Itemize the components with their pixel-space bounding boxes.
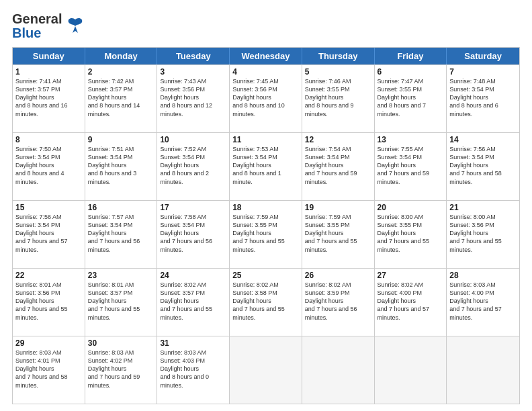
- calendar: SundayMondayTuesdayWednesdayThursdayFrid…: [12, 47, 520, 404]
- day-number: 25: [232, 271, 299, 280]
- day-number: 26: [305, 271, 371, 280]
- header-day-monday: Monday: [85, 48, 158, 64]
- page: General Blue SundayMondayTuesdayWednesda…: [0, 0, 532, 411]
- cal-cell: 28Sunrise: 8:03 AMSunset: 4:00 PMDayligh…: [447, 269, 519, 336]
- cell-info: Sunrise: 8:02 AMSunset: 4:00 PMDaylight …: [378, 281, 444, 322]
- cal-cell: 27Sunrise: 8:02 AMSunset: 4:00 PMDayligh…: [375, 269, 447, 336]
- day-number: 5: [305, 67, 371, 77]
- day-number: 7: [449, 67, 517, 77]
- cell-info: Sunrise: 7:41 AMSunset: 3:57 PMDaylight …: [15, 77, 82, 118]
- cal-cell: 17Sunrise: 7:58 AMSunset: 3:54 PMDayligh…: [157, 201, 230, 268]
- cell-info: Sunrise: 7:59 AMSunset: 3:55 PMDaylight …: [305, 213, 371, 254]
- cal-cell: 22Sunrise: 8:01 AMSunset: 3:56 PMDayligh…: [13, 269, 85, 336]
- cal-cell: 31Sunrise: 8:03 AMSunset: 4:03 PMDayligh…: [157, 336, 230, 404]
- day-number: 12: [305, 135, 371, 144]
- cell-info: Sunrise: 8:00 AMSunset: 3:56 PMDaylight …: [449, 213, 517, 254]
- cell-info: Sunrise: 7:56 AMSunset: 3:54 PMDaylight …: [15, 213, 82, 254]
- calendar-header: SundayMondayTuesdayWednesdayThursdayFrid…: [13, 48, 519, 64]
- cal-cell: 30Sunrise: 8:03 AMSunset: 4:02 PMDayligh…: [85, 336, 158, 404]
- cell-info: Sunrise: 7:47 AMSunset: 3:55 PMDaylight …: [378, 77, 444, 118]
- cal-cell: 25Sunrise: 8:02 AMSunset: 3:58 PMDayligh…: [230, 269, 302, 336]
- cell-info: Sunrise: 7:51 AMSunset: 3:54 PMDaylight …: [88, 145, 154, 186]
- cell-info: Sunrise: 7:54 AMSunset: 3:54 PMDaylight …: [305, 145, 371, 186]
- day-number: 29: [15, 338, 82, 348]
- cell-info: Sunrise: 7:45 AMSunset: 3:56 PMDaylight …: [232, 77, 299, 118]
- cal-cell: 6Sunrise: 7:47 AMSunset: 3:55 PMDaylight…: [375, 65, 447, 132]
- cal-cell: 18Sunrise: 7:59 AMSunset: 3:55 PMDayligh…: [230, 201, 302, 268]
- week-row-1: 1Sunrise: 7:41 AMSunset: 3:57 PMDaylight…: [13, 64, 519, 132]
- day-number: 24: [160, 271, 226, 280]
- header-day-wednesday: Wednesday: [230, 48, 302, 64]
- cell-info: Sunrise: 8:02 AMSunset: 3:59 PMDaylight …: [305, 281, 371, 322]
- cell-info: Sunrise: 8:00 AMSunset: 3:55 PMDaylight …: [378, 213, 444, 254]
- cal-cell: 23Sunrise: 8:01 AMSunset: 3:57 PMDayligh…: [85, 269, 158, 336]
- cal-cell: 13Sunrise: 7:55 AMSunset: 3:54 PMDayligh…: [375, 133, 447, 200]
- header-day-friday: Friday: [375, 48, 447, 64]
- day-number: 28: [449, 271, 517, 280]
- header: General Blue: [12, 12, 520, 40]
- day-number: 23: [88, 271, 154, 280]
- day-number: 21: [449, 203, 517, 212]
- cell-info: Sunrise: 7:53 AMSunset: 3:54 PMDaylight …: [232, 145, 299, 186]
- cal-cell: 8Sunrise: 7:50 AMSunset: 3:54 PMDaylight…: [13, 133, 85, 200]
- cal-cell: 24Sunrise: 8:02 AMSunset: 3:57 PMDayligh…: [157, 269, 230, 336]
- cell-info: Sunrise: 7:57 AMSunset: 3:54 PMDaylight …: [88, 213, 154, 254]
- day-number: 11: [232, 135, 299, 144]
- cal-cell: [230, 336, 302, 404]
- cal-cell: 4Sunrise: 7:45 AMSunset: 3:56 PMDaylight…: [230, 65, 302, 132]
- day-number: 13: [378, 135, 444, 144]
- week-row-4: 22Sunrise: 8:01 AMSunset: 3:56 PMDayligh…: [13, 268, 519, 336]
- day-number: 19: [305, 203, 371, 212]
- header-day-saturday: Saturday: [447, 48, 519, 64]
- cell-info: Sunrise: 7:55 AMSunset: 3:54 PMDaylight …: [378, 145, 444, 186]
- cell-info: Sunrise: 8:03 AMSunset: 4:03 PMDaylight …: [160, 349, 226, 390]
- cell-info: Sunrise: 8:01 AMSunset: 3:56 PMDaylight …: [15, 281, 82, 322]
- week-row-2: 8Sunrise: 7:50 AMSunset: 3:54 PMDaylight…: [13, 132, 519, 200]
- cal-cell: 5Sunrise: 7:46 AMSunset: 3:55 PMDaylight…: [302, 65, 375, 132]
- day-number: 14: [449, 135, 517, 144]
- header-day-thursday: Thursday: [302, 48, 375, 64]
- week-row-5: 29Sunrise: 8:03 AMSunset: 4:01 PMDayligh…: [13, 336, 519, 404]
- day-number: 20: [378, 203, 444, 212]
- cell-info: Sunrise: 7:46 AMSunset: 3:55 PMDaylight …: [305, 77, 371, 118]
- cal-cell: 26Sunrise: 8:02 AMSunset: 3:59 PMDayligh…: [302, 269, 375, 336]
- cal-cell: 7Sunrise: 7:48 AMSunset: 3:54 PMDaylight…: [447, 65, 519, 132]
- day-number: 22: [15, 271, 82, 280]
- cal-cell: 15Sunrise: 7:56 AMSunset: 3:54 PMDayligh…: [13, 201, 85, 268]
- day-number: 16: [88, 203, 154, 212]
- logo-blue: Blue: [12, 26, 62, 40]
- cal-cell: 14Sunrise: 7:56 AMSunset: 3:54 PMDayligh…: [447, 133, 519, 200]
- week-row-3: 15Sunrise: 7:56 AMSunset: 3:54 PMDayligh…: [13, 200, 519, 268]
- cal-cell: 20Sunrise: 8:00 AMSunset: 3:55 PMDayligh…: [375, 201, 447, 268]
- cal-cell: [447, 336, 519, 404]
- day-number: 3: [160, 67, 226, 77]
- cell-info: Sunrise: 8:01 AMSunset: 3:57 PMDaylight …: [88, 281, 154, 322]
- cell-info: Sunrise: 8:03 AMSunset: 4:01 PMDaylight …: [15, 349, 82, 390]
- cal-cell: [302, 336, 375, 404]
- cal-cell: 19Sunrise: 7:59 AMSunset: 3:55 PMDayligh…: [302, 201, 375, 268]
- cal-cell: 21Sunrise: 8:00 AMSunset: 3:56 PMDayligh…: [447, 201, 519, 268]
- header-day-sunday: Sunday: [13, 48, 85, 64]
- cell-info: Sunrise: 7:56 AMSunset: 3:54 PMDaylight …: [449, 145, 517, 186]
- cell-info: Sunrise: 7:58 AMSunset: 3:54 PMDaylight …: [160, 213, 226, 254]
- cal-cell: 12Sunrise: 7:54 AMSunset: 3:54 PMDayligh…: [302, 133, 375, 200]
- cell-info: Sunrise: 7:48 AMSunset: 3:54 PMDaylight …: [449, 77, 517, 118]
- logo: General Blue: [12, 12, 87, 40]
- cal-cell: 11Sunrise: 7:53 AMSunset: 3:54 PMDayligh…: [230, 133, 302, 200]
- day-number: 31: [160, 338, 226, 348]
- header-day-tuesday: Tuesday: [157, 48, 230, 64]
- cell-info: Sunrise: 8:02 AMSunset: 3:58 PMDaylight …: [232, 281, 299, 322]
- day-number: 30: [88, 338, 154, 348]
- cell-info: Sunrise: 7:50 AMSunset: 3:54 PMDaylight …: [15, 145, 82, 186]
- day-number: 15: [15, 203, 82, 212]
- day-number: 10: [160, 135, 226, 144]
- calendar-body: 1Sunrise: 7:41 AMSunset: 3:57 PMDaylight…: [13, 64, 519, 404]
- cal-cell: 9Sunrise: 7:51 AMSunset: 3:54 PMDaylight…: [85, 133, 158, 200]
- day-number: 9: [88, 135, 154, 144]
- cal-cell: 1Sunrise: 7:41 AMSunset: 3:57 PMDaylight…: [13, 65, 85, 132]
- cal-cell: 3Sunrise: 7:43 AMSunset: 3:56 PMDaylight…: [157, 65, 230, 132]
- logo-bird-icon: [63, 14, 87, 38]
- cal-cell: [375, 336, 447, 404]
- cal-cell: 10Sunrise: 7:52 AMSunset: 3:54 PMDayligh…: [157, 133, 230, 200]
- day-number: 18: [232, 203, 299, 212]
